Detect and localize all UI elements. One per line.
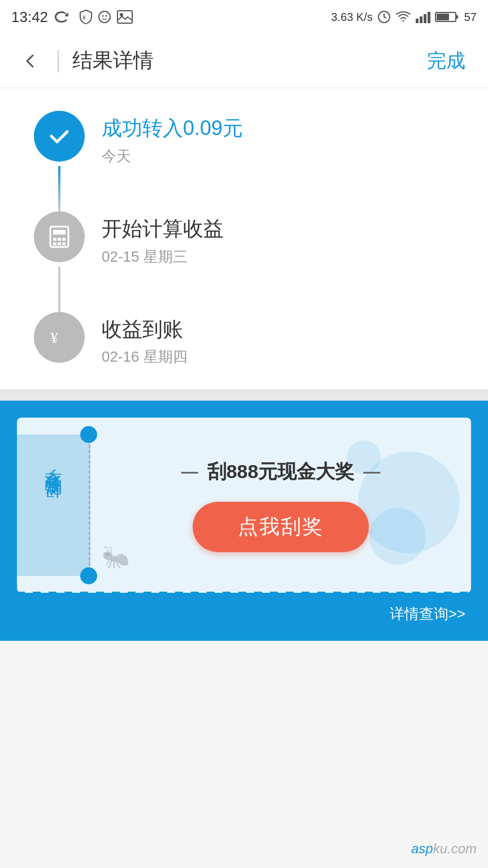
image-icon <box>117 10 133 24</box>
status-bar: 13:42 ¥ 3.63 K/s <box>0 0 488 34</box>
lottery-section: 蚂蚁会员专享 🐜 — 刮888元现金大奖 — 点我刮奖 详情查询>> <box>0 401 488 641</box>
step2-icon <box>34 211 85 262</box>
stub-text: 蚂蚁会员专享 <box>41 498 65 512</box>
step2-title: 开始计算收益 <box>102 216 224 242</box>
status-time: 13:42 <box>11 8 48 26</box>
main-content: 成功转入0.09元 今天 开始计算收益 <box>0 88 488 389</box>
timeline-connector-2 <box>58 267 60 312</box>
scratch-button[interactable]: 点我刮奖 <box>193 502 369 552</box>
step3-date: 02-16 星期四 <box>102 347 188 367</box>
nav-bar: 结果详情 完成 <box>0 34 488 88</box>
svg-rect-9 <box>416 19 419 23</box>
empty-space <box>0 641 488 810</box>
svg-rect-12 <box>428 12 430 23</box>
svg-rect-4 <box>117 11 132 23</box>
step3-icon: ¥ <box>34 312 85 363</box>
ticket-main: 🐜 — 刮888元现金大奖 — 点我刮奖 <box>90 435 454 576</box>
svg-rect-18 <box>53 238 56 241</box>
svg-rect-10 <box>420 16 422 23</box>
lottery-card: 蚂蚁会员专享 🐜 — 刮888元现金大奖 — 点我刮奖 <box>17 418 471 593</box>
svg-rect-17 <box>53 230 66 235</box>
ticket-stub: 蚂蚁会员专享 <box>17 435 90 576</box>
step1-title: 成功转入0.09元 <box>102 115 243 142</box>
details-link[interactable]: 详情查询>> <box>390 605 465 622</box>
svg-text:¥: ¥ <box>50 329 58 346</box>
loop-icon <box>54 11 74 23</box>
svg-rect-11 <box>424 14 426 23</box>
step2-text: 开始计算收益 02-15 星期三 <box>102 211 224 267</box>
svg-point-2 <box>102 15 104 17</box>
timeline-step-1: 成功转入0.09元 今天 <box>34 111 465 166</box>
done-button[interactable]: 完成 <box>427 48 465 74</box>
svg-rect-23 <box>62 242 66 245</box>
step2-date: 02-15 星期三 <box>102 247 224 267</box>
section-separator <box>0 389 488 401</box>
page-title: 结果详情 <box>72 47 154 75</box>
lottery-card-wrapper: 蚂蚁会员专享 🐜 — 刮888元现金大奖 — 点我刮奖 <box>17 418 471 593</box>
battery-icon <box>435 11 460 23</box>
svg-rect-14 <box>456 15 458 19</box>
timeline-step-3: ¥ 收益到账 02-16 星期四 <box>34 312 465 367</box>
face-icon <box>98 10 111 24</box>
wifi-icon <box>395 11 411 23</box>
lottery-header: — 刮888元现金大奖 — <box>107 459 454 485</box>
svg-rect-15 <box>437 14 449 20</box>
nav-divider <box>58 50 59 72</box>
svg-line-8 <box>384 17 386 18</box>
clock-icon <box>377 10 391 24</box>
svg-rect-19 <box>58 238 61 241</box>
dash-right: — <box>363 462 380 481</box>
step1-icon <box>34 111 85 162</box>
step1-text: 成功转入0.09元 今天 <box>102 111 243 166</box>
lottery-title: 刮888元现金大奖 <box>207 459 355 485</box>
timeline: 成功转入0.09元 今天 开始计算收益 <box>17 111 465 367</box>
step3-text: 收益到账 02-16 星期四 <box>102 312 188 367</box>
timeline-step-2: 开始计算收益 02-15 星期三 <box>34 211 465 267</box>
timeline-connector-1 <box>58 166 60 211</box>
back-button[interactable] <box>17 47 44 75</box>
svg-rect-22 <box>58 242 61 245</box>
network-speed: 3.63 K/s <box>331 11 372 24</box>
svg-text:¥: ¥ <box>82 15 86 21</box>
ant-watermark: 🐜 <box>102 544 130 570</box>
battery-level: 57 <box>464 11 477 24</box>
shield-icon: ¥ <box>80 10 92 24</box>
svg-rect-21 <box>53 242 56 245</box>
dash-left: — <box>181 462 198 481</box>
svg-point-1 <box>99 11 110 23</box>
site-watermark: aspku.com <box>411 841 477 857</box>
svg-point-5 <box>120 13 123 16</box>
step1-date: 今天 <box>102 146 243 166</box>
svg-point-3 <box>106 15 107 17</box>
step3-title: 收益到账 <box>102 316 188 343</box>
signal-icon <box>416 11 430 23</box>
svg-rect-20 <box>62 238 66 241</box>
